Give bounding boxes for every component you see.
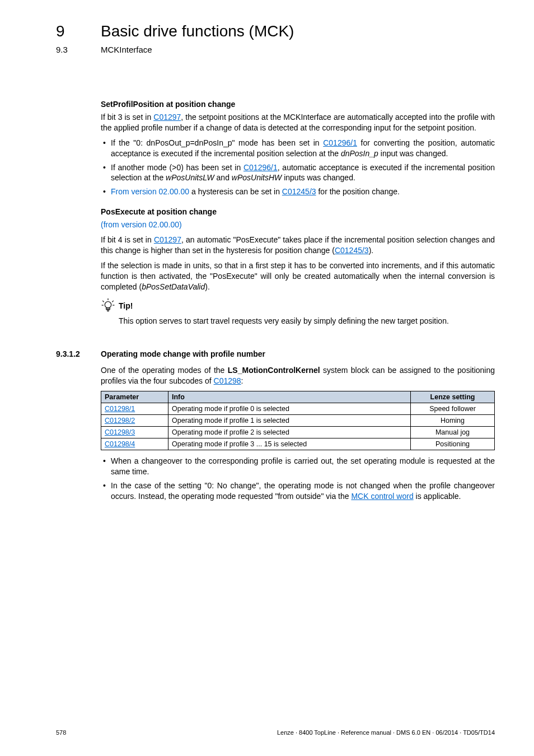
text: and [214,173,232,182]
table-cell: Operating mode if profile 2 is selected [168,427,411,438]
text: If bit 4 is set in [101,235,154,244]
link-c01297[interactable]: C01297 [153,113,181,122]
paragraph: If bit 3 is set in C01297, the setpoint … [101,112,495,133]
table-header: Info [168,391,411,403]
list-item: If the "0: dnPosOut_p=dnPosIn_p" mode ha… [101,138,495,159]
section-title: MCKInterface [101,45,152,54]
subsection-heading: 9.3.1.2 Operating mode change with profi… [56,349,495,358]
link-c01245-3[interactable]: C01245/3 [335,246,369,255]
list-item: If another mode (>0) has been set in C01… [101,162,495,184]
lightbulb-icon [101,298,115,312]
text: a hysteresis can be set in [189,187,282,196]
table-cell: Operating mode if profile 3 ... 15 is se… [168,438,411,450]
table-cell: Operating mode if profile 1 is selected [168,415,411,427]
text: If bit 3 is set in [101,113,153,122]
italic-text: bPosSetDataValid [142,282,205,291]
version-tag: From version 02.00.00 [111,187,189,196]
bullet-list: When a changeover to the corresponding p… [101,456,495,502]
paragraph: If bit 4 is set in C01297, an automatic … [101,235,495,256]
page-footer: 578 Lenze · 8400 TopLine · Reference man… [56,729,495,736]
table-cell: Operating mode if profile 0 is selected [168,403,411,415]
table-cell: Speed follower [411,403,495,415]
table-cell: Homing [411,415,495,427]
tip-block: Tip! [101,298,495,312]
table-cell: Positioning [411,438,495,450]
link-c01296-1[interactable]: C01296/1 [323,138,357,147]
text: One of the operating modes of the [101,366,228,375]
svg-line-1 [102,300,104,301]
text: : [241,376,243,385]
text: If the "0: dnPosOut_p=dnPosIn_p" mode ha… [111,138,323,147]
subsection-title: Operating mode change with profile numbe… [101,349,265,358]
divider-dashes: _ _ _ _ _ _ _ _ _ _ _ _ _ _ _ _ _ _ _ _ … [56,67,495,76]
svg-line-2 [112,300,113,301]
link-c01297[interactable]: C01297 [154,235,181,244]
text: ). [369,246,374,255]
table-header-row: Parameter Info Lenze setting [101,391,495,403]
table-header: Parameter [101,391,168,403]
chapter-title: Basic drive functions (MCK) [101,22,294,40]
link-param[interactable]: C01298/4 [105,440,135,448]
paragraph: One of the operating modes of the LS_Mot… [101,365,495,386]
table-row: C01298/4 Operating mode if profile 3 ...… [101,438,495,450]
bullet-list: If the "0: dnPosOut_p=dnPosIn_p" mode ha… [101,138,495,197]
subsection-number: 9.3.1.2 [56,349,101,358]
heading-setprofilposition: SetProfilPosition at position change [101,100,495,109]
svg-point-5 [105,301,111,307]
footer-text: Lenze · 8400 TopLine · Reference manual … [277,729,495,736]
link-c01296-1[interactable]: C01296/1 [243,163,278,172]
paragraph: If the selection is made in units, so th… [101,260,495,292]
text: inputs was changed. [282,173,355,182]
text: is applicable. [414,492,461,501]
list-item: From version 02.00.00 a hysteresis can b… [101,186,495,197]
link-param[interactable]: C01298/3 [105,428,135,436]
heading-posexecute: PosExecute at position change [101,207,495,216]
link-param[interactable]: C01298/1 [105,405,135,413]
parameter-table: Parameter Info Lenze setting C01298/1 Op… [101,391,495,450]
table-row: C01298/2 Operating mode if profile 1 is … [101,415,495,427]
text: ). [205,282,210,291]
text: for the position change. [316,187,400,196]
table-row: C01298/1 Operating mode if profile 0 is … [101,403,495,415]
text: input was changed. [378,149,448,158]
table-header: Lenze setting [411,391,495,403]
link-c01245-3[interactable]: C01245/3 [282,187,316,196]
section-number: 9.3 [56,45,68,54]
tip-text: This option serves to start travel reque… [119,316,495,326]
link-param[interactable]: C01298/2 [105,417,135,424]
bold-text: LS_MotionControlKernel [228,366,320,375]
link-mck-control-word[interactable]: MCK control word [351,492,413,501]
table-row: C01298/3 Operating mode if profile 2 is … [101,427,495,438]
page-number: 578 [56,729,66,736]
link-c01298[interactable]: C01298 [214,376,241,385]
italic-text: dnPosIn_p [341,149,378,158]
version-tag: (from version 02.00.00) [101,220,182,229]
text: If another mode (>0) has been set in [111,163,243,172]
list-item: In the case of the setting "0: No change… [101,480,495,502]
chapter-number: 9 [56,22,65,40]
italic-text: wPosUnitsLW [166,173,214,182]
tip-label: Tip! [119,298,133,310]
list-item: When a changeover to the corresponding p… [101,456,495,477]
table-cell: Manual jog [411,427,495,438]
italic-text: wPosUnitsHW [232,173,282,182]
